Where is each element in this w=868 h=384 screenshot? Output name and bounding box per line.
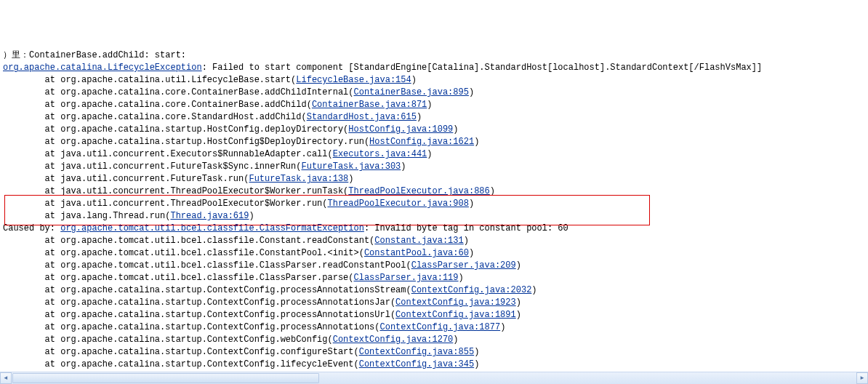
at-prefix: at: [3, 87, 60, 97]
frame-end: ): [427, 149, 432, 159]
source-link[interactable]: FutureTask.java:303: [301, 161, 401, 172]
caused-by-prefix: Caused by:: [3, 223, 60, 233]
frame-end: ): [417, 112, 422, 122]
cause-class-link[interactable]: org.apache.tomcat.util.bcel.classfile.Cl…: [60, 223, 364, 233]
source-link[interactable]: ConstantPool.java:60: [364, 248, 469, 258]
at-prefix: at: [3, 186, 60, 196]
at-prefix: at: [3, 359, 60, 369]
frame-end: ): [464, 236, 469, 246]
frame-text: org.apache.catalina.core.ContainerBase.a…: [60, 100, 312, 110]
frame-end: ): [469, 199, 474, 209]
source-link[interactable]: ContextConfig.java:1270: [333, 335, 454, 345]
at-prefix: at: [3, 310, 60, 320]
at-prefix: at: [3, 100, 60, 110]
frame-text: org.apache.tomcat.util.bcel.classfile.Co…: [60, 248, 364, 258]
frame-end: ): [401, 161, 406, 172]
at-prefix: at: [3, 236, 60, 246]
at-prefix: at: [3, 112, 60, 122]
scroll-right-icon[interactable]: ►: [856, 372, 868, 384]
frame-end: ): [516, 297, 521, 308]
frame-text: org.apache.catalina.core.ContainerBase.a…: [60, 87, 353, 97]
at-prefix: at: [3, 124, 60, 135]
source-link[interactable]: ContainerBase.java:871: [312, 100, 427, 110]
frame-text: org.apache.catalina.startup.ContextConfi…: [60, 322, 379, 332]
scrollbar-thumb[interactable]: [12, 373, 319, 383]
frame-end: ): [427, 100, 432, 110]
frame-end: ): [453, 124, 458, 135]
at-prefix: at: [3, 285, 60, 295]
source-link[interactable]: ContainerBase.java:895: [353, 87, 468, 97]
frame-end: ): [459, 273, 464, 283]
exception-class-link[interactable]: org.apache.catalina.LifecycleException: [3, 63, 202, 73]
horizontal-scrollbar[interactable]: ◄ ►: [0, 372, 868, 384]
source-link[interactable]: FutureTask.java:138: [249, 174, 348, 184]
frame-end: ): [453, 335, 458, 345]
at-prefix: at: [3, 260, 60, 271]
frame-end: ): [249, 211, 254, 221]
source-link[interactable]: ContextConfig.java:1891: [395, 310, 516, 320]
source-link[interactable]: Executors.java:441: [333, 149, 427, 159]
source-link[interactable]: HostConfig.java:1099: [348, 124, 453, 135]
frame-text: org.apache.catalina.startup.ContextConfi…: [60, 359, 358, 369]
frame-text: java.util.concurrent.Executors$RunnableA…: [60, 149, 332, 159]
frame-text: org.apache.catalina.startup.ContextConfi…: [60, 297, 395, 308]
frame-text: org.apache.catalina.util.LifecycleBase.s…: [60, 75, 296, 85]
at-prefix: at: [3, 199, 60, 209]
frame-text: java.util.concurrent.ThreadPoolExecutor$…: [60, 199, 327, 209]
frame-text: org.apache.catalina.startup.ContextConfi…: [60, 347, 358, 357]
at-prefix: at: [3, 75, 60, 85]
source-link[interactable]: ThreadPoolExecutor.java:886: [348, 186, 489, 196]
frame-end: ): [474, 347, 479, 357]
at-prefix: at: [3, 322, 60, 332]
source-link[interactable]: HostConfig.java:1621: [369, 137, 474, 147]
at-prefix: at: [3, 297, 60, 308]
source-link[interactable]: StandardHost.java:615: [307, 112, 417, 122]
frame-text: java.util.concurrent.ThreadPoolExecutor$…: [60, 186, 348, 196]
source-link[interactable]: ContextConfig.java:2032: [411, 285, 532, 295]
frame-end: ): [469, 248, 474, 258]
source-link[interactable]: Constant.java:131: [374, 236, 463, 246]
frame-text: java.util.concurrent.FutureTask.run(: [60, 174, 249, 184]
at-prefix: at: [3, 273, 60, 283]
at-prefix: at: [3, 347, 60, 357]
frame-text: org.apache.catalina.startup.HostConfig$D…: [60, 137, 369, 147]
frame-text: org.apache.catalina.startup.ContextConfi…: [60, 310, 395, 320]
exception-message: : Failed to start component [StandardEng…: [202, 63, 763, 73]
frame-end: ): [490, 186, 495, 196]
source-link[interactable]: ClassParser.java:209: [411, 260, 516, 271]
source-link[interactable]: ContextConfig.java:855: [359, 347, 474, 357]
frame-end: ): [474, 359, 479, 369]
frame-text: org.apache.catalina.startup.HostConfig.d…: [60, 124, 348, 135]
frame-text: org.apache.tomcat.util.bcel.classfile.Co…: [60, 236, 374, 246]
frame-end: ): [516, 310, 521, 320]
frame-text: java.util.concurrent.FutureTask$Sync.inn…: [60, 161, 301, 172]
stacktrace-container: ）里：ContainerBase.addChild: start: org.ap…: [3, 37, 865, 384]
source-link[interactable]: Thread.java:619: [170, 211, 249, 221]
frame-end: ): [411, 75, 417, 85]
frame-end: ): [531, 285, 537, 295]
cause-message: : Invalid byte tag in constant pool: 60: [364, 223, 568, 233]
frame-end: ): [474, 137, 479, 147]
at-prefix: at: [3, 248, 60, 258]
source-link[interactable]: ThreadPoolExecutor.java:908: [327, 199, 468, 209]
frame-text: org.apache.catalina.core.StandardHost.ad…: [60, 112, 306, 122]
at-prefix: at: [3, 211, 60, 221]
frame-text: java.lang.Thread.run(: [60, 211, 170, 221]
source-link[interactable]: ContextConfig.java:345: [359, 359, 474, 369]
frame-text: org.apache.tomcat.util.bcel.classfile.Cl…: [60, 260, 411, 271]
header-line-0: ）里：ContainerBase.addChild: start:: [3, 50, 186, 60]
at-prefix: at: [3, 161, 60, 172]
frame-text: org.apache.catalina.startup.ContextConfi…: [60, 335, 332, 345]
frame-end: ): [469, 87, 474, 97]
frame-end: ): [500, 322, 505, 332]
at-prefix: at: [3, 149, 60, 159]
source-link[interactable]: ClassParser.java:119: [353, 273, 458, 283]
frame-end: ): [516, 260, 521, 271]
source-link[interactable]: ContextConfig.java:1877: [380, 322, 501, 332]
source-link[interactable]: LifecycleBase.java:154: [296, 75, 411, 85]
frame-text: org.apache.tomcat.util.bcel.classfile.Cl…: [60, 273, 353, 283]
source-link[interactable]: ContextConfig.java:1923: [395, 297, 516, 308]
at-prefix: at: [3, 174, 60, 184]
frame-end: ): [348, 174, 353, 184]
scroll-left-icon[interactable]: ◄: [0, 372, 12, 384]
